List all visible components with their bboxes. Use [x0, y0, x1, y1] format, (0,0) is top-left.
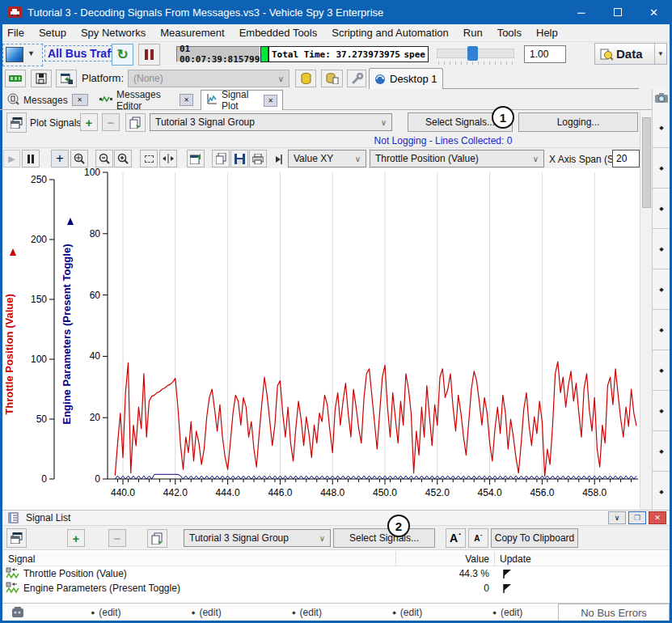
close-button[interactable]: ✕ — [636, 0, 672, 24]
plot-properties-button[interactable] — [187, 150, 205, 167]
copy-plot-button[interactable] — [212, 150, 230, 167]
dock-panel-handle[interactable]: ◆ — [653, 310, 670, 350]
plot-group-select[interactable]: Tutorial 3 Signal Group ∨ — [150, 113, 392, 131]
remove-plot-button[interactable]: − — [102, 113, 120, 131]
dock-panel-handle[interactable]: ◆ — [653, 108, 670, 148]
status-edit-item[interactable]: ◆(edit) — [192, 607, 222, 618]
status-edit-item[interactable]: ◆(edit) — [492, 607, 522, 618]
database-button[interactable] — [295, 70, 316, 87]
panel-dropdown-button[interactable]: ∨ — [608, 511, 626, 524]
list-group-select[interactable]: Tutorial 3 Signal Group ∨ — [184, 529, 331, 547]
plot-mode-select[interactable]: Value XY ∨ — [288, 150, 366, 167]
pause-button[interactable] — [138, 44, 160, 66]
dock-panel-handle[interactable]: ◆ — [653, 269, 670, 310]
status-edit-item[interactable]: ◆(edit) — [292, 607, 322, 618]
pause-plot-button[interactable] — [22, 150, 40, 167]
tab-signal-plot[interactable]: Signal Plot✕ — [201, 90, 283, 110]
play-plot-button[interactable]: ▶ — [3, 150, 20, 167]
dock-panel-handle[interactable]: ◆ — [653, 229, 670, 269]
dock-panel-handle[interactable]: ◆ — [653, 350, 670, 391]
logging-button[interactable]: Logging... — [518, 112, 638, 132]
fit-x-button[interactable] — [159, 150, 177, 167]
update-flag-icon[interactable] — [501, 568, 512, 582]
dock-panel-handle[interactable]: ◆ — [653, 472, 670, 512]
status-edit-item[interactable]: ◆(edit) — [91, 607, 121, 618]
panel-close-button[interactable]: ✕ — [649, 511, 666, 524]
svg-text:440.0: 440.0 — [111, 487, 135, 498]
font-decrease-button[interactable]: A˙ — [468, 528, 488, 548]
x-axis-span-input[interactable] — [612, 150, 640, 167]
database-copy-button[interactable] — [321, 70, 343, 87]
plot-windows-button[interactable] — [6, 112, 27, 133]
dock-panel-handle[interactable]: ◆ — [653, 148, 670, 189]
data-button[interactable]: Data ▼ — [594, 43, 667, 65]
main-toolbar: ▼ All Bus Traffi ↻ 01 00:07:39:815799 To… — [0, 42, 672, 68]
save-plot-button[interactable] — [230, 150, 248, 167]
remove-signal-button[interactable]: − — [108, 529, 126, 547]
maximize-button[interactable] — [599, 0, 636, 24]
menu-item-setup[interactable]: Setup — [32, 24, 74, 41]
platform-setup-button[interactable] — [56, 70, 77, 87]
bus-mode-button[interactable]: ▼ — [3, 44, 42, 66]
svg-text:450.0: 450.0 — [373, 487, 397, 498]
dock-panel-handle[interactable]: ◆ — [653, 391, 670, 431]
zoom-out-button[interactable] — [95, 150, 113, 167]
font-increase-button[interactable]: A˙ — [446, 528, 466, 548]
tab-close-icon[interactable]: ✕ — [264, 95, 277, 107]
menu-item-tools[interactable]: Tools — [490, 24, 529, 41]
select-signals-button[interactable]: Select Signals... — [333, 528, 435, 548]
dock-panel-handle[interactable]: ◆ — [653, 189, 670, 229]
data-button-label: Data — [616, 47, 643, 61]
zoom-select-button[interactable] — [70, 150, 88, 167]
marker-button[interactable] — [273, 153, 284, 167]
tab-close-icon[interactable]: ✕ — [180, 94, 193, 106]
chevron-down-icon: ∨ — [381, 118, 387, 127]
refresh-button[interactable]: ↻ — [112, 44, 133, 66]
plot-vertical-scrollbar[interactable] — [640, 112, 652, 508]
menu-item-scripting-and-automation[interactable]: Scripting and Automation — [324, 24, 456, 41]
save-setup-button[interactable] — [31, 70, 52, 87]
tools-button[interactable] — [347, 70, 366, 87]
dock-panel-handle[interactable]: ◆ — [653, 431, 670, 472]
tab-close-icon[interactable]: ✕ — [72, 94, 88, 106]
copy-to-clipboard-button[interactable]: Copy To Clipboard — [491, 528, 578, 548]
list-windows-button[interactable] — [6, 528, 27, 548]
platform-select[interactable]: (None) ∨ — [128, 70, 290, 87]
cursor-crosshair-button[interactable]: + — [51, 150, 69, 167]
column-header-update[interactable]: Update — [500, 553, 531, 565]
minimize-button[interactable]: ─ — [563, 0, 599, 24]
platform-select-value: (None) — [133, 73, 163, 84]
menu-item-run[interactable]: Run — [456, 24, 490, 41]
menu-item-measurement[interactable]: Measurement — [153, 24, 231, 41]
menu-item-file[interactable]: File — [0, 24, 32, 41]
print-plot-button[interactable] — [249, 150, 267, 167]
add-signal-button[interactable]: + — [67, 529, 85, 547]
copy-group-button[interactable] — [125, 113, 146, 132]
update-flag-icon[interactable] — [501, 583, 512, 596]
menu-item-spy-networks[interactable]: Spy Networks — [74, 24, 153, 41]
zoom-in-button[interactable] — [114, 150, 132, 167]
panel-restore-button[interactable]: ❐ — [628, 511, 646, 524]
data-dropdown-caret[interactable]: ▼ — [654, 44, 666, 64]
status-edit-item[interactable]: ◆(edit) — [392, 607, 422, 618]
copy-group-button[interactable] — [147, 529, 167, 548]
signal-row[interactable]: Engine Parameters (Present Toggle)0 — [2, 581, 670, 595]
region-select-button[interactable] — [140, 150, 158, 167]
bus-errors-status: No Bus Errors — [558, 604, 670, 621]
menu-item-help[interactable]: Help — [529, 24, 565, 41]
signal-row[interactable]: Throttle Position (Value)44.3 % — [2, 566, 670, 581]
signal-plot-chart[interactable]: 440.0442.0444.0446.0448.0450.0452.0454.0… — [2, 168, 640, 510]
add-plot-button[interactable]: + — [80, 113, 98, 131]
desktop-tab[interactable]: Desktop 1 — [369, 68, 443, 89]
speed-slider-thumb[interactable] — [467, 46, 478, 61]
bus-mode-label[interactable]: All Bus Traffi — [45, 46, 120, 61]
speed-input[interactable] — [524, 45, 566, 63]
scrollbar-thumb[interactable] — [642, 117, 651, 208]
tab-messages[interactable]: Messages✕ — [2, 91, 93, 109]
hardware-button[interactable] — [5, 70, 26, 87]
plot-signal-select[interactable]: Throttle Position (Value) ∨ — [370, 150, 544, 167]
menu-item-embedded-tools[interactable]: Embedded Tools — [232, 24, 325, 41]
column-header-value[interactable]: Value — [395, 553, 489, 565]
tab-messages-editor[interactable]: Messages Editor✕ — [95, 91, 198, 109]
column-header-signal[interactable]: Signal — [8, 553, 35, 565]
